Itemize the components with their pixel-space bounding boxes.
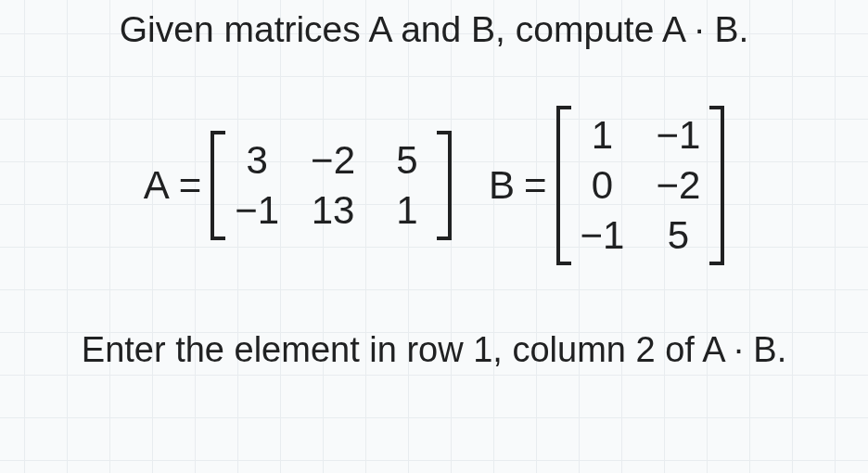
bracket-left-icon [211,131,222,240]
matrix-A: 3 −2 5 −1 13 1 [211,131,452,240]
matrix-B-equation: B = 1 −1 0 −2 −1 5 [489,106,724,265]
equals-sign: = [179,163,202,208]
question-text: Enter the element in row 1, column 2 of … [82,330,786,370]
matrices-row: A = 3 −2 5 −1 13 1 B = 1 [144,106,725,265]
matrix-A-cell: 5 [387,138,428,183]
matrix-A-cell: 1 [387,188,428,233]
matrix-B-cell: −1 [656,113,700,158]
matrix-B: 1 −1 0 −2 −1 5 [556,106,725,265]
matrix-A-cell: 13 [311,188,355,233]
matrix-A-equation: A = 3 −2 5 −1 13 1 [144,131,452,240]
equals-sign: = [524,163,547,208]
bracket-right-icon [440,131,452,240]
matrix-B-cell: −2 [656,163,700,208]
matrix-B-cell: 1 [581,113,625,158]
matrix-A-cell: −2 [311,138,355,183]
bracket-left-icon [556,106,568,265]
matrix-A-grid: 3 −2 5 −1 13 1 [222,131,440,240]
matrix-B-cell: 5 [656,213,700,258]
matrix-B-grid: 1 −1 0 −2 −1 5 [568,106,714,265]
matrix-A-cell: −1 [235,188,279,233]
matrix-A-name: A [144,163,170,208]
prompt-text: Given matrices A and B, compute A · B. [120,9,749,50]
matrix-B-cell: −1 [581,213,625,258]
matrix-B-cell: 0 [581,163,625,208]
bracket-right-icon [713,106,724,265]
matrix-A-cell: 3 [235,138,279,183]
matrix-B-name: B [489,163,515,208]
